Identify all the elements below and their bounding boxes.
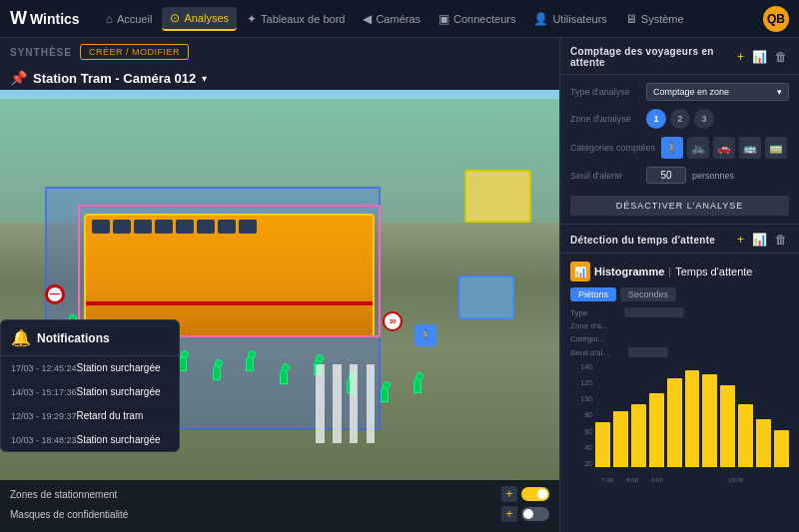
main-container: SYNTHÈSE CRÉER / MODIFIER 📌 Station Tram… — [0, 38, 799, 532]
traffic-sign: — — [45, 284, 65, 304]
chart-zone-row: Zone d'a... — [570, 321, 789, 330]
tab-pietons[interactable]: Piétons — [570, 287, 616, 301]
user-avatar[interactable]: QB — [763, 6, 789, 32]
bus-category[interactable]: 🚌 — [739, 137, 761, 159]
chart-zone-label: Zone d'a... — [570, 321, 620, 330]
camera-nav-icon: ◀ — [363, 12, 372, 26]
add-analysis-button[interactable]: + — [735, 50, 746, 64]
chart-card-header: Détection du temps d'attente + 📊 🗑 — [560, 225, 799, 254]
person-detection-11 — [413, 377, 421, 393]
add-chart-button[interactable]: + — [735, 233, 746, 247]
bar-7 — [702, 374, 717, 467]
y-axis: 140 120 100 80 60 40 20 — [570, 363, 592, 467]
chart-view-button[interactable]: 📊 — [750, 233, 769, 247]
zones-label: Zones de stationnement — [10, 489, 117, 500]
zones-control-row: Zones de stationnement + — [10, 486, 549, 502]
pedestrian-sign: 🚶 — [414, 324, 436, 346]
chart-seuil-row: Seuil d'al... — [570, 347, 789, 357]
notification-item-1[interactable]: 17/03 - 12:45:24 Station surchargée — [1, 356, 179, 380]
delete-analysis-button[interactable]: 🗑 — [773, 50, 789, 64]
type-analyse-row: Type d'analyse Comptage en zone ▾ — [570, 83, 789, 101]
chart-title-row: 📊 Histogramme | Temps d'attente — [570, 262, 789, 281]
chart-seuil-value — [628, 347, 668, 357]
zone-pill-3[interactable]: 3 — [694, 109, 714, 129]
chart-button[interactable]: 📊 — [750, 50, 769, 64]
zones-toggle[interactable] — [521, 487, 549, 501]
top-navigation: W Wintics ⌂ Accueil ⊙ Analyses ✦ Tableau… — [0, 0, 799, 38]
person-detection-5 — [213, 364, 221, 380]
systeme-icon: 🖥 — [625, 12, 637, 26]
car-category[interactable]: 🚗 — [713, 137, 735, 159]
zone-pill-1[interactable]: 1 — [646, 109, 666, 129]
chart-type-value — [624, 307, 684, 317]
bicycle-category[interactable]: 🚲 — [687, 137, 709, 159]
bar-9 — [738, 404, 753, 467]
categories-label: Catégories comptées — [570, 143, 655, 153]
nav-connecteurs[interactable]: ▣ Connecteurs — [430, 8, 523, 30]
delete-chart-button[interactable]: 🗑 — [773, 233, 789, 247]
categories-icons: 🚶 🚲 🚗 🚌 🚃 — [661, 137, 787, 159]
tram-detection-box — [78, 205, 380, 337]
speed-sign: 30 — [383, 311, 402, 331]
nav-tableaux[interactable]: ✦ Tableaux de bord — [239, 8, 353, 30]
chart-body: 📊 Histogramme | Temps d'attente Piétons … — [560, 254, 799, 532]
zone-pill-2[interactable]: 2 — [670, 109, 690, 129]
tableaux-icon: ✦ — [247, 12, 257, 26]
notifications-panel: 🔔 Notifications 17/03 - 12:45:24 Station… — [0, 319, 180, 452]
type-analyse-label: Type d'analyse — [570, 87, 640, 97]
seuil-input[interactable] — [646, 167, 686, 184]
creer-modifier-button[interactable]: CRÉER / MODIFIER — [80, 44, 189, 60]
zones-add-button[interactable]: + — [501, 486, 517, 502]
notifications-header: 🔔 Notifications — [1, 320, 179, 356]
notification-item-3[interactable]: 12/03 - 19:29:37 Retard du tram — [1, 404, 179, 428]
tram-category[interactable]: 🚃 — [765, 137, 787, 159]
video-area: — 30 🚶 🔔 Notifications 17/03 - 12:4 — [0, 90, 559, 532]
chart-type-label-small: Type — [570, 308, 620, 317]
tab-secondes[interactable]: Secondes — [620, 287, 676, 301]
camera-title-bar: 📌 Station Tram - Caméra 012 ▾ — [0, 66, 559, 90]
masques-toggle[interactable] — [521, 507, 549, 521]
notifications-title: Notifications — [37, 331, 110, 345]
bar-2 — [613, 411, 628, 467]
categories-row: Catégories comptées 🚶 🚲 🚗 🚌 🚃 — [570, 137, 789, 159]
deactivate-button[interactable]: DÉSACTIVER L'ANALYSE — [570, 196, 789, 216]
nav-accueil[interactable]: ⌂ Accueil — [98, 8, 161, 30]
left-panel: SYNTHÈSE CRÉER / MODIFIER 📌 Station Tram… — [0, 38, 559, 532]
zone-analyse-label: Zone d'analyse — [570, 114, 640, 124]
chart-cat-label: Catégor... — [570, 334, 620, 343]
synthese-bar: SYNTHÈSE CRÉER / MODIFIER — [0, 38, 559, 66]
chart-type-label: Histogramme — [594, 266, 664, 277]
bar-10 — [756, 419, 771, 467]
x-axis: 7:00 8:00 9:00 10:00 — [595, 477, 789, 483]
notification-item-4[interactable]: 10/03 - 18:48:23 Station surchargée — [1, 428, 179, 451]
chevron-down-icon[interactable]: ▾ — [202, 73, 207, 84]
chart-tabs: Piétons Secondes — [570, 287, 789, 301]
pin-icon: 📌 — [10, 70, 27, 86]
analysis-card-body: Type d'analyse Comptage en zone ▾ Zone d… — [560, 75, 799, 224]
bar-4 — [649, 393, 664, 467]
nav-systeme[interactable]: 🖥 Système — [617, 8, 692, 30]
home-icon: ⌂ — [106, 12, 113, 26]
chart-type-row: Type — [570, 307, 789, 317]
pedestrian-category[interactable]: 🚶 — [661, 137, 683, 159]
notification-item-2[interactable]: 14/03 - 15:17:36 Station surchargée — [1, 380, 179, 404]
nav-cameras[interactable]: ◀ Caméras — [355, 8, 428, 30]
bar-1 — [595, 422, 610, 467]
seuil-input-group: personnes — [646, 167, 734, 184]
chart-card-title: Détection du temps d'attente — [570, 235, 715, 246]
nav-utilisateurs[interactable]: 👤 Utilisateurs — [525, 8, 614, 30]
car-detection-box — [458, 275, 514, 319]
camera-title: Station Tram - Caméra 012 — [33, 71, 196, 86]
nav-analyses[interactable]: ⊙ Analyses — [162, 7, 237, 31]
masques-add-button[interactable]: + — [501, 506, 517, 522]
person-detection-6 — [246, 355, 254, 371]
card-actions: + 📊 🗑 — [735, 50, 789, 64]
type-analyse-select[interactable]: Comptage en zone ▾ — [646, 83, 789, 101]
chevron-down-icon: ▾ — [777, 87, 782, 97]
analyses-icon: ⊙ — [170, 11, 180, 25]
chart-card: Détection du temps d'attente + 📊 🗑 📊 His… — [560, 225, 799, 532]
brand-name: Wintics — [30, 11, 80, 27]
connecteurs-icon: ▣ — [438, 12, 449, 26]
zone-analyse-row: Zone d'analyse 1 2 3 — [570, 109, 789, 129]
zones-toggle-group: + — [501, 486, 549, 502]
